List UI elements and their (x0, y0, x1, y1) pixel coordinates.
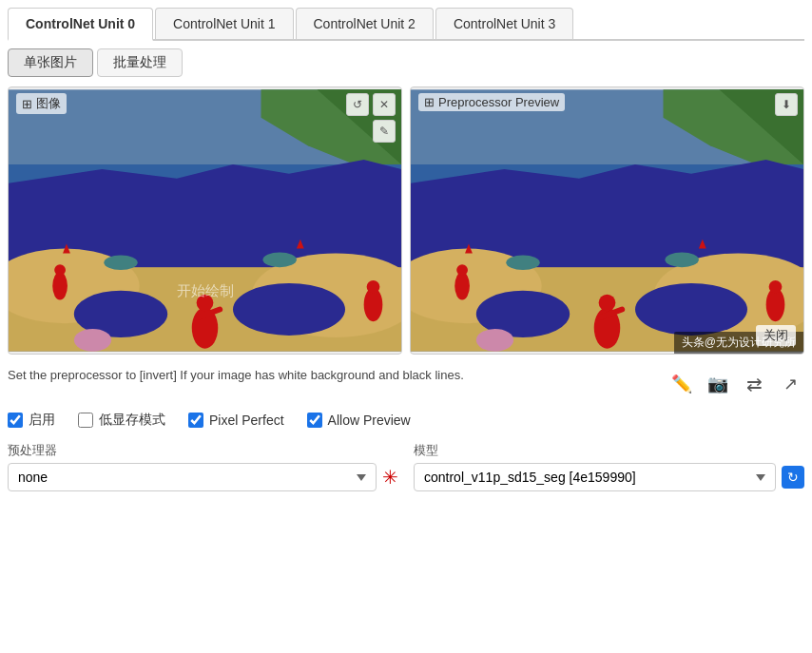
right-panel-header: ⊞ Preprocessor Preview (418, 93, 565, 111)
option-allowpreview: Allow Preview (307, 413, 411, 428)
preprocessor-label: 预处理器 (8, 442, 398, 459)
sub-tab-single[interactable]: 单张图片 (8, 48, 93, 77)
image-icon: ⊞ (22, 97, 32, 111)
edit-tool-icon[interactable]: ✏️ (667, 370, 696, 398)
svg-point-40 (476, 329, 513, 352)
info-row: Set the preprocessor to [invert] If your… (8, 366, 804, 398)
allowpreview-checkbox[interactable] (307, 413, 322, 428)
right-panel-title: Preprocessor Preview (438, 95, 559, 109)
download-button[interactable]: ⬇ (775, 93, 798, 116)
right-image-panel[interactable]: ⊞ Preprocessor Preview ⬇ (410, 86, 804, 355)
svg-point-32 (635, 283, 747, 336)
left-image-panel[interactable]: ⊞ 图像 ↺ ✕ ✎ (8, 86, 402, 355)
tab-unit-3[interactable]: ControlNet Unit 3 (435, 8, 573, 39)
svg-point-39 (769, 280, 783, 294)
arrow-tool-icon[interactable]: ↗ (776, 370, 804, 398)
svg-point-13 (52, 272, 68, 300)
left-artwork: 开始绘制 (9, 87, 401, 354)
enable-label: 启用 (29, 412, 55, 429)
swap-tool-icon[interactable]: ⇄ (740, 370, 768, 398)
pixperfect-label: Pixel Perfect (209, 413, 284, 428)
sub-tabs: 单张图片 批量处理 (8, 48, 804, 77)
svg-point-21 (262, 252, 296, 267)
selector-row: 预处理器 none canny depth hed openpose seg ✳… (8, 442, 804, 491)
enable-checkbox[interactable] (8, 413, 23, 428)
svg-point-37 (456, 264, 468, 276)
model-inner: control_v11p_sd15_seg [4e159990] control… (414, 463, 804, 491)
model-refresh-icon[interactable]: ↻ (782, 466, 804, 489)
svg-point-43 (506, 255, 539, 270)
reset-button[interactable]: ↺ (346, 93, 369, 116)
preprocessor-inner: none canny depth hed openpose seg ✳ (8, 463, 398, 491)
tab-unit-1[interactable]: ControlNet Unit 1 (155, 8, 293, 39)
model-group: 模型 control_v11p_sd15_seg [4e159990] cont… (414, 442, 804, 491)
tab-unit-0[interactable]: ControlNet Unit 0 (8, 8, 153, 41)
close-button[interactable]: ✕ (373, 93, 396, 116)
left-panel-controls: ↺ ✕ ✎ (346, 93, 396, 143)
left-panel-title: 图像 (36, 95, 61, 112)
image-panels-row: ⊞ 图像 ↺ ✕ ✎ (8, 86, 804, 355)
info-text: Set the preprocessor to [invert] If your… (8, 366, 656, 385)
svg-point-17 (74, 329, 111, 352)
svg-point-20 (104, 255, 137, 270)
model-label: 模型 (414, 442, 804, 459)
svg-point-14 (54, 264, 66, 276)
svg-text:开始绘制: 开始绘制 (177, 283, 234, 298)
edit-button[interactable]: ✎ (373, 120, 396, 143)
close-preview-button[interactable]: 关闭 (756, 325, 796, 346)
unit-tabs: ControlNet Unit 0 ControlNet Unit 1 Cont… (8, 8, 804, 41)
sub-tab-batch[interactable]: 批量处理 (97, 48, 183, 77)
option-pixperfect: Pixel Perfect (188, 413, 284, 428)
preprocessor-group: 预处理器 none canny depth hed openpose seg ✳ (8, 442, 398, 491)
svg-point-9 (233, 283, 345, 336)
option-lowmem: 低显存模式 (78, 412, 165, 429)
options-row: 启用 低显存模式 Pixel Perfect Allow Preview (8, 412, 804, 429)
preprocessor-select[interactable]: none canny depth hed openpose seg (8, 463, 377, 491)
svg-point-44 (665, 252, 698, 267)
left-panel-header: ⊞ 图像 (16, 93, 67, 114)
tab-unit-2[interactable]: ControlNet Unit 2 (296, 8, 434, 39)
svg-point-16 (367, 280, 380, 294)
preview-icon: ⊞ (424, 95, 435, 109)
right-artwork (411, 87, 803, 354)
right-panel-controls: ⬇ (775, 93, 798, 116)
svg-point-34 (599, 295, 616, 312)
pixperfect-checkbox[interactable] (188, 413, 203, 428)
lowmem-checkbox[interactable] (78, 413, 93, 428)
option-enable: 启用 (8, 412, 55, 429)
allowpreview-label: Allow Preview (328, 413, 411, 428)
svg-point-36 (454, 272, 470, 300)
fire-icon[interactable]: ✳ (382, 466, 398, 489)
camera-tool-icon[interactable]: 📷 (704, 370, 732, 398)
toolbar-icons: ✏️ 📷 ⇄ ↗ (667, 366, 804, 398)
lowmem-label: 低显存模式 (99, 412, 165, 429)
model-select[interactable]: control_v11p_sd15_seg [4e159990] control… (414, 463, 776, 491)
